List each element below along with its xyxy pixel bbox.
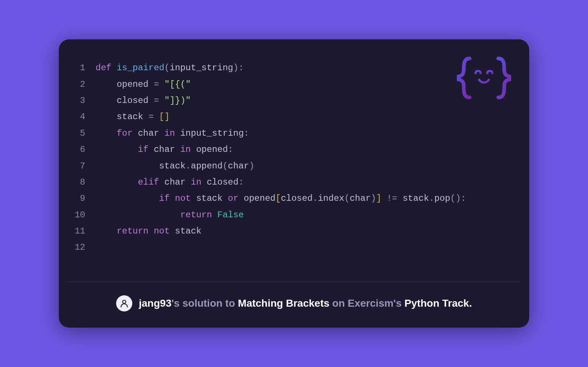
code-content: return not stack: [96, 223, 201, 239]
code-content: def is_paired(input_string):: [96, 60, 244, 76]
code-content: stack = []: [96, 109, 170, 125]
code-content: elif char in closed:: [96, 174, 244, 190]
line-number: 10: [74, 207, 96, 223]
line-number: 8: [74, 174, 96, 190]
attribution-text: jang93's solution to Matching Brackets o…: [139, 297, 472, 309]
code-line: 4 stack = []: [74, 109, 514, 125]
code-line: 12: [74, 239, 514, 256]
code-content: opened = "[{(": [96, 76, 191, 93]
line-number: 9: [74, 190, 96, 207]
code-line: 1def is_paired(input_string):: [74, 60, 514, 76]
code-content: if not stack or opened[closed.index(char…: [96, 190, 466, 207]
track-name: Python Track: [405, 297, 469, 309]
code-block: 1def is_paired(input_string):2 opened = …: [59, 39, 529, 282]
line-number: 1: [74, 60, 96, 76]
solution-card: 1def is_paired(input_string):2 opened = …: [59, 39, 529, 328]
code-content: stack.append(char): [96, 158, 254, 174]
code-content: return False: [96, 207, 244, 223]
line-number: 4: [74, 109, 96, 125]
code-line: 6 if char in opened:: [74, 142, 514, 158]
code-line: 10 return False: [74, 207, 514, 223]
code-content: closed = "]})": [96, 93, 191, 109]
code-line: 7 stack.append(char): [74, 158, 514, 174]
code-line: 5 for char in input_string:: [74, 125, 514, 142]
code-line: 2 opened = "[{(": [74, 76, 514, 93]
on-exercism-label: on Exercism's: [329, 297, 404, 309]
code-line: 8 elif char in closed:: [74, 174, 514, 190]
line-number: 11: [74, 223, 96, 239]
code-line: 9 if not stack or opened[closed.index(ch…: [74, 190, 514, 207]
svg-point-0: [122, 300, 126, 303]
username: jang93: [139, 297, 172, 309]
line-number: 3: [74, 93, 96, 109]
solution-to-label: 's solution to: [171, 297, 238, 309]
line-number: 7: [74, 158, 96, 174]
user-avatar: [116, 295, 132, 311]
line-number: 2: [74, 76, 96, 93]
line-number: 12: [74, 239, 96, 256]
code-line: 3 closed = "]})": [74, 93, 514, 109]
code-content: if char in opened:: [96, 142, 233, 158]
code-line: 11 return not stack: [74, 223, 514, 239]
exercise-name: Matching Brackets: [238, 297, 329, 309]
attribution-footer: jang93's solution to Matching Brackets o…: [59, 282, 529, 328]
user-icon: [119, 299, 129, 308]
line-number: 6: [74, 142, 96, 158]
period: .: [469, 297, 472, 309]
line-number: 5: [74, 125, 96, 142]
code-content: for char in input_string:: [96, 125, 249, 142]
